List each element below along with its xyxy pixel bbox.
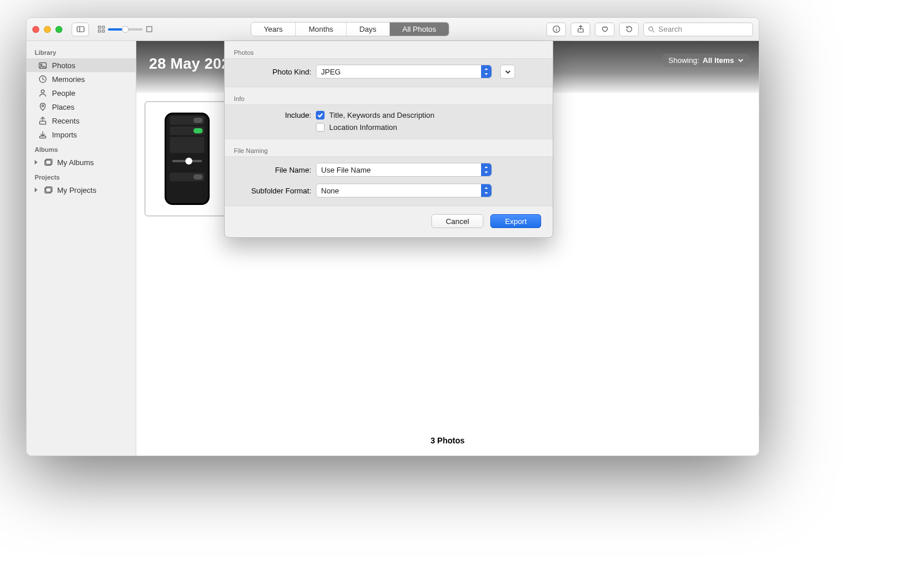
select-arrows-icon [481,65,491,78]
sidebar-item-imports[interactable]: Imports [27,128,136,141]
showing-label: Showing: [668,56,699,65]
sidebar-section-projects: Projects [27,169,136,183]
svg-rect-4 [98,30,100,32]
cancel-button[interactable]: Cancel [431,214,483,228]
sidebar-item-label: Recents [52,117,80,125]
sidebar-item-label: My Albums [57,158,94,167]
rotate-icon [625,25,634,33]
svg-line-12 [653,31,654,32]
include-location-checkbox[interactable] [316,123,325,132]
memories-icon [38,74,47,84]
imports-icon [38,130,47,139]
view-tab-months[interactable]: Months [296,23,346,36]
export-sheet: Photos Photo Kind: JPEG Info Include: Ti… [224,40,553,238]
sidebar-item-label: Photos [52,61,75,70]
svg-rect-2 [98,26,100,28]
sidebar-item-places[interactable]: Places [27,100,136,114]
svg-point-9 [556,27,556,28]
sidebar-section-albums: Albums [27,141,136,155]
album-icon [43,158,53,167]
window-traffic-lights [32,26,62,33]
zoom-window-button[interactable] [55,26,62,33]
subfolder-format-value: None [321,186,339,195]
section-filenaming-label: File Naming [225,139,553,156]
grid-large-icon [145,25,154,33]
select-arrows-icon [481,163,491,176]
section-info-label: Info [225,87,553,104]
showing-filter-button[interactable]: Showing: All Items [662,54,750,67]
expand-options-button[interactable] [500,65,515,79]
svg-rect-6 [147,27,152,32]
sidebar-toggle-button[interactable] [72,23,89,36]
sidebar-item-photos[interactable]: Photos [27,58,136,72]
view-tab-all-photos[interactable]: All Photos [390,23,449,36]
sidebar-item-label: Places [52,103,74,111]
photo-kind-select[interactable]: JPEG [316,65,492,79]
sidebar-item-memories[interactable]: Memories [27,72,136,86]
album-icon [43,185,53,195]
sidebar-item-label: Memories [52,75,85,84]
sidebar-item-label: My Projects [57,186,96,195]
disclosure-triangle-icon[interactable] [35,160,38,165]
photo-count: 3 Photos [136,436,759,445]
photos-icon [38,61,47,70]
favorite-button[interactable] [595,23,614,36]
subfolder-format-label: Subfolder Format: [225,186,311,195]
sidebar-item-recents[interactable]: Recents [27,114,136,128]
select-arrows-icon [481,184,491,197]
sidebar-icon [76,25,85,33]
sidebar: LibraryPhotosMemoriesPeoplePlacesRecents… [27,41,136,456]
people-icon [38,88,47,98]
titlebar: YearsMonthsDaysAll Photos Search [27,18,759,41]
export-button[interactable]: Export [490,214,541,228]
share-button[interactable] [571,23,590,36]
subfolder-format-select[interactable]: None [316,184,492,197]
info-icon [552,25,561,33]
include-location-label: Location Information [329,123,397,132]
rotate-button[interactable] [619,23,639,36]
view-tab-years[interactable]: Years [251,23,296,36]
search-placeholder: Search [658,25,682,33]
file-name-value: Use File Name [321,166,371,174]
photo-kind-value: JPEG [321,68,341,76]
chevron-down-icon [737,57,744,64]
recents-icon [38,116,47,125]
thumbnail-preview [165,113,210,205]
svg-point-17 [42,105,43,107]
svg-rect-19 [40,136,46,139]
photo-thumbnail[interactable] [144,101,230,217]
disclosure-triangle-icon[interactable] [35,188,38,192]
minimize-window-button[interactable] [44,26,51,33]
svg-rect-0 [77,27,84,32]
include-title-label: Title, Keywords and Description [329,111,434,120]
chevron-down-icon [505,69,511,75]
sidebar-item-people[interactable]: People [27,86,136,100]
photos-app-window: YearsMonthsDaysAll Photos Search Library… [26,17,759,456]
share-icon [576,25,585,33]
section-photos-label: Photos [225,41,553,58]
photo-kind-label: Photo Kind: [225,68,311,76]
svg-rect-3 [102,26,105,28]
places-icon [38,102,47,111]
svg-rect-5 [102,30,105,32]
sidebar-item-my-projects[interactable]: My Projects [27,183,136,197]
svg-point-14 [40,64,42,66]
info-button[interactable] [546,23,566,36]
sidebar-section-library: Library [27,44,136,58]
showing-value: All Items [703,56,734,65]
sidebar-item-label: People [52,89,75,98]
grid-small-icon [97,25,106,33]
thumbnail-zoom-slider[interactable] [97,25,154,33]
svg-point-16 [41,90,44,93]
search-icon [647,25,655,33]
include-label: Include: [225,111,311,120]
svg-rect-18 [40,121,46,124]
view-tab-days[interactable]: Days [346,23,390,36]
file-name-select[interactable]: Use File Name [316,163,492,177]
search-field[interactable]: Search [643,23,753,36]
svg-point-11 [649,27,653,31]
sidebar-item-my-albums[interactable]: My Albums [27,155,136,169]
sidebar-item-label: Imports [52,130,77,139]
close-window-button[interactable] [32,26,39,33]
include-title-checkbox[interactable] [316,111,325,120]
